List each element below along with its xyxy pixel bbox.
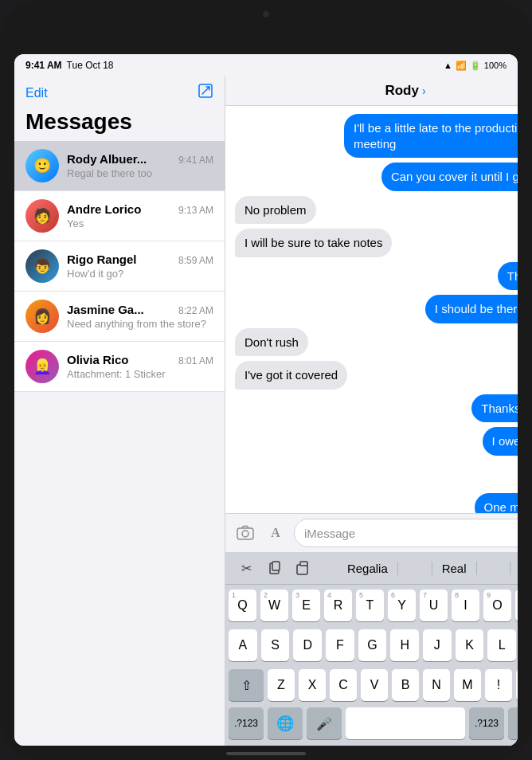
key-z[interactable]: Z [268, 669, 295, 701]
conversation-item-jasmine[interactable]: 👩 Jasmine Ga... 8:22 AM Need anything fr… [14, 292, 225, 342]
message-row-9: I owe you one [235, 427, 518, 456]
key-y[interactable]: 6Y [388, 590, 416, 621]
conv-info-rigo: Rigo Rangel 8:59 AM How'd it go? [67, 253, 213, 280]
shift-left-key[interactable]: ⇧ [229, 669, 264, 701]
chat-panel: Rody › I'll be a little late to the prod… [225, 76, 518, 746]
key-b[interactable]: B [392, 669, 419, 701]
camera-button[interactable] [233, 521, 257, 545]
bubble-9: I owe you one [483, 427, 518, 456]
key-u[interactable]: 7U [420, 590, 448, 621]
cut-icon[interactable]: ✂ [235, 557, 257, 579]
key-h[interactable]: H [390, 629, 419, 661]
bubble-4: Thank you! [498, 262, 518, 291]
conv-time-rigo: 8:59 AM [178, 255, 213, 266]
key-c[interactable]: C [330, 669, 357, 701]
bubble-8: Thanks a bunch [471, 394, 518, 423]
key-s[interactable]: S [261, 629, 290, 661]
home-indicator[interactable] [226, 752, 306, 755]
bubble-0: I'll be a little late to the production … [344, 114, 518, 158]
sidebar-title: Messages [14, 108, 225, 141]
avatar-olivia: 👱‍♀️ [25, 350, 59, 383]
autocorrect-real[interactable]: Real [432, 562, 477, 575]
wifi-icon: 📶 [456, 61, 467, 71]
conv-name-rigo: Rigo Rangel [67, 253, 137, 266]
camera-notch [263, 11, 269, 18]
screen: 9:41 AM Tue Oct 18 ▲ 📶 🔋 100% Edit [14, 54, 518, 746]
conv-time-andre: 9:13 AM [178, 205, 213, 216]
special-key[interactable]: ⌄ [508, 707, 518, 739]
svg-rect-8 [297, 565, 307, 574]
paste-icon[interactable] [292, 557, 315, 579]
imessage-input[interactable]: iMessage 🎤 [294, 519, 518, 547]
numeric-key[interactable]: .?123 [229, 707, 264, 739]
key-k[interactable]: K [456, 629, 484, 661]
key-t[interactable]: 5T [356, 590, 384, 621]
conversation-list: 🙂 Rody Albuer... 9:41 AM Regal be there … [14, 141, 225, 746]
avatar-andre: 🧑 [25, 199, 59, 233]
conv-name-rody: Rody Albuer... [67, 152, 147, 166]
keyboard-toolbar: ✂ [225, 552, 518, 585]
avatar-rody: 🙂 [25, 149, 59, 182]
conv-info-andre: Andre Lorico 9:13 AM Yes [67, 202, 213, 229]
key-i[interactable]: 8I [452, 590, 479, 621]
key-o[interactable]: 9O [483, 590, 511, 621]
message-row-4: Thank you! [235, 262, 518, 291]
key-question[interactable]: ? [516, 669, 518, 701]
status-bar: 9:41 AM Tue Oct 18 ▲ 📶 🔋 100% [14, 54, 518, 76]
key-p[interactable]: 0P [515, 590, 518, 621]
key-row-2: A S D F G H J K L return [229, 629, 518, 661]
key-g[interactable]: G [358, 629, 387, 661]
chat-input-area: A iMessage 🎤 [225, 513, 518, 552]
key-f[interactable]: F [326, 629, 354, 661]
edit-button[interactable]: Edit [25, 86, 48, 100]
copy-icon[interactable] [264, 557, 286, 579]
compose-button[interactable] [198, 83, 213, 103]
status-left: 9:41 AM Tue Oct 18 [25, 60, 114, 71]
conversation-item-olivia[interactable]: 👱‍♀️ Olivia Rico 8:01 AM Attachment: 1 S… [14, 342, 225, 392]
message-row-5: I should be there by 9:10 [235, 295, 518, 323]
key-row-1: 1Q 2W 3E 4R 5T 6Y 7U 8I 9O 0P [229, 590, 518, 621]
chat-messages: I'll be a little late to the production … [225, 106, 518, 513]
numeric-key-right[interactable]: .?123 [469, 707, 504, 739]
key-w[interactable]: 2W [260, 590, 288, 621]
message-row-1: Can you cover it until I get there? [235, 163, 518, 191]
keyboard-bottom-row: .?123 🌐 🎤 .?123 ⌄ ⌨ [225, 704, 518, 746]
conversation-item-rody[interactable]: 🙂 Rody Albuer... 9:41 AM Regal be there … [14, 141, 225, 191]
chat-contact-name: Rody [385, 83, 419, 99]
autocorrect-legal[interactable]: Legal [510, 562, 518, 575]
key-j[interactable]: J [423, 629, 452, 661]
status-right: ▲ 📶 🔋 100% [444, 61, 507, 71]
emoji-key[interactable]: 🌐 [268, 707, 303, 739]
avatar-jasmine: 👩 [25, 300, 59, 333]
conv-info-olivia: Olivia Rico 8:01 AM Attachment: 1 Sticke… [67, 353, 213, 380]
key-exclaim[interactable]: ! [485, 669, 512, 701]
avatar-rigo: 👦 [25, 249, 59, 283]
key-d[interactable]: D [293, 629, 322, 661]
input-placeholder: iMessage [304, 527, 355, 540]
key-q[interactable]: 1Q [229, 590, 256, 621]
conv-time-olivia: 8:01 AM [178, 355, 213, 366]
conversation-item-rigo[interactable]: 👦 Rigo Rangel 8:59 AM How'd it go? [14, 241, 225, 292]
chevron-right-icon[interactable]: › [422, 84, 426, 97]
svg-rect-7 [272, 562, 280, 570]
key-r[interactable]: 4R [324, 590, 352, 621]
svg-point-5 [242, 531, 248, 537]
bubble-7: I've got it covered [235, 361, 347, 390]
key-a[interactable]: A [229, 629, 257, 661]
key-v[interactable]: V [361, 669, 388, 701]
space-key[interactable] [346, 707, 465, 739]
key-x[interactable]: X [299, 669, 326, 701]
chat-header: Rody › [225, 76, 518, 106]
key-l[interactable]: L [487, 629, 516, 661]
message-row-11: One more thing [235, 493, 518, 513]
conv-time-jasmine: 8:22 AM [178, 305, 213, 316]
mic-key[interactable]: 🎤 [307, 707, 342, 739]
message-row-2: No problem [235, 196, 518, 225]
key-n[interactable]: N [423, 669, 450, 701]
autocorrect-regalia[interactable]: Regalia [338, 562, 398, 575]
key-e[interactable]: 3E [292, 590, 320, 621]
conv-time-rody: 9:41 AM [178, 155, 213, 166]
conversation-item-andre[interactable]: 🧑 Andre Lorico 9:13 AM Yes [14, 191, 225, 241]
key-m[interactable]: M [454, 669, 481, 701]
memoji-button[interactable]: A [264, 521, 288, 545]
